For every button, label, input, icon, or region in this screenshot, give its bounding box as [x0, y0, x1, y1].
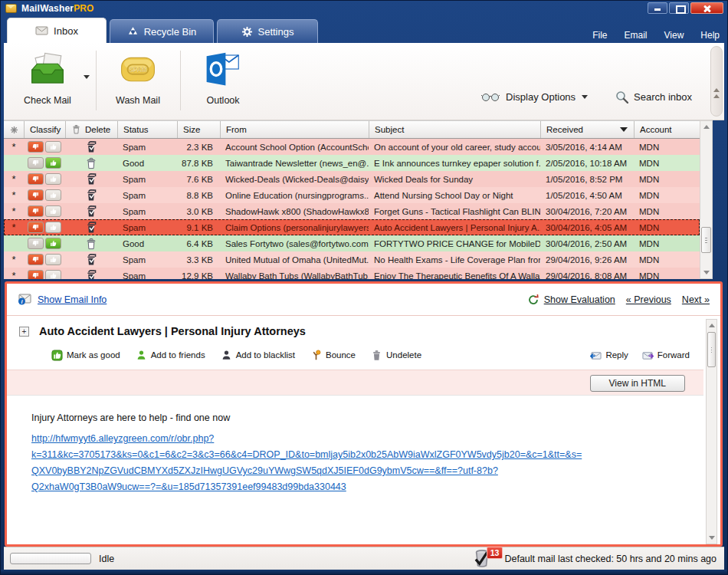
delete-cell[interactable]	[65, 219, 117, 235]
deleted-mail-indicator[interactable]: 13	[472, 548, 498, 570]
tab-inbox[interactable]: Inbox	[7, 18, 107, 43]
column-status[interactable]: Status	[117, 121, 177, 138]
trash-marked-icon	[85, 222, 97, 234]
scrollbar-thumb[interactable]	[701, 227, 711, 253]
email-row[interactable]: Good 87.8 KB Taiwantrade Newsletter (new…	[4, 155, 700, 171]
email-row[interactable]: * Spam 8.8 KB Online Education (nursingp…	[4, 187, 700, 203]
check-mail-icon	[27, 48, 68, 90]
scroll-up-button[interactable]	[707, 320, 716, 331]
scroll-down-button[interactable]	[701, 267, 711, 278]
minimize-button[interactable]	[648, 2, 667, 14]
column-subject[interactable]: Subject	[369, 121, 540, 138]
tab-recycle-bin[interactable]: Recycle Bin	[110, 19, 214, 43]
email-link[interactable]: QXV0byBBY2NpZGVudCBMYXd5ZXJzIHwgUGVyc29u…	[31, 463, 703, 479]
thumbs-down-icon[interactable]	[28, 157, 44, 169]
classify-cell	[24, 139, 65, 155]
email-link[interactable]: Q2xhaW0gT3B0aW9ucw==?=&u=185d71357391eef…	[31, 479, 703, 495]
check-mail-button[interactable]: Check Mail	[15, 48, 80, 106]
wash-mail-button[interactable]: SPAM Wash Mail	[102, 48, 174, 106]
tab-settings[interactable]: Settings	[217, 19, 318, 43]
email-row[interactable]: * Spam 9.1 KB Claim Options (personalinj…	[4, 219, 700, 235]
delete-cell[interactable]	[65, 235, 117, 251]
delete-cell[interactable]	[65, 268, 117, 279]
thumbs-down-icon[interactable]	[28, 222, 44, 233]
delete-cell[interactable]	[65, 187, 117, 203]
classify-cell	[24, 171, 65, 187]
check-mail-dropdown-arrow[interactable]	[84, 75, 90, 79]
thumbs-down-icon[interactable]	[28, 141, 44, 153]
bounce-button[interactable]: Bounce	[310, 350, 356, 361]
thumbs-down-icon[interactable]	[28, 270, 44, 279]
email-row[interactable]: * Spam 3.3 KB United Mutual of Omaha (Un…	[4, 251, 700, 268]
status-cell: Spam	[117, 139, 177, 155]
thumbs-down-icon[interactable]	[28, 254, 44, 265]
menu-help[interactable]: Help	[700, 30, 720, 41]
classify-cell	[24, 203, 65, 219]
expander-button[interactable]: +	[19, 327, 29, 337]
email-link[interactable]: http://hfwmyyt6.alleyzgreen.com/r/obr.ph…	[31, 431, 703, 447]
email-link[interactable]: k=311&kc=3705173&ks=0&c1=6&c2=3&c3=66&c4…	[31, 447, 703, 463]
thumbs-up-icon[interactable]	[45, 141, 61, 153]
add-to-blacklist-label: Add to blacklist	[236, 350, 295, 360]
column-from[interactable]: From	[220, 121, 369, 138]
delete-cell[interactable]	[65, 155, 117, 171]
delete-cell[interactable]	[65, 171, 117, 187]
menu-email[interactable]: Email	[625, 30, 648, 41]
outlook-button[interactable]: Outlook	[189, 48, 257, 106]
email-row[interactable]: * Spam 2.3 KB Account School Option (Acc…	[4, 139, 700, 155]
email-row[interactable]: * Spam 12.9 KB Wallaby Bath Tubs (Wallab…	[4, 268, 700, 279]
delete-cell[interactable]	[65, 203, 117, 219]
thumbs-up-icon[interactable]	[45, 205, 61, 217]
forward-button[interactable]: Forward	[642, 350, 690, 361]
collapse-panel-handle[interactable]	[710, 46, 723, 117]
thumbs-down-icon[interactable]	[28, 189, 44, 201]
email-row[interactable]: Good 6.4 KB Sales Fortytwo (sales@fortyt…	[4, 235, 700, 251]
thumbs-up-icon[interactable]	[45, 222, 61, 233]
thumbs-down-icon[interactable]	[28, 173, 44, 185]
thumbs-down-icon[interactable]	[28, 205, 44, 217]
thumbs-up-icon[interactable]	[45, 189, 61, 201]
show-evaluation-link[interactable]: Show Evaluation	[527, 294, 615, 306]
mark-as-good-button[interactable]: Mark as good	[51, 350, 120, 361]
email-row[interactable]: * Spam 7.6 KB Wicked-Deals (Wicked-Deals…	[4, 171, 700, 187]
size-cell: 9.1 KB	[177, 219, 220, 235]
menu-file[interactable]: File	[592, 30, 607, 41]
scroll-down-button[interactable]	[707, 532, 716, 544]
view-in-html-button[interactable]: View in HTML	[590, 375, 685, 392]
thumbs-up-icon[interactable]	[45, 270, 61, 279]
reply-button[interactable]: Reply	[590, 350, 628, 361]
next-link[interactable]: Next »	[682, 294, 710, 305]
maximize-button[interactable]	[669, 2, 689, 14]
column-flag[interactable]	[4, 121, 24, 138]
close-button[interactable]	[690, 2, 723, 14]
delete-cell[interactable]	[65, 139, 117, 155]
thumbs-up-icon[interactable]	[45, 173, 61, 185]
column-account[interactable]: Account	[634, 121, 698, 138]
tab-label: Recycle Bin	[144, 26, 197, 38]
thumbs-up-icon[interactable]	[45, 238, 61, 249]
display-options-button[interactable]: Display Options	[481, 91, 588, 103]
add-to-friends-button[interactable]: Add to friends	[136, 350, 205, 361]
menu-view[interactable]: View	[664, 30, 684, 41]
scrollbar-thumb[interactable]	[707, 332, 716, 367]
preview-scrollbar[interactable]	[706, 319, 717, 544]
previous-link[interactable]: « Previous	[626, 294, 671, 305]
column-received[interactable]: Received	[540, 121, 634, 138]
undelete-button[interactable]: Undelete	[371, 350, 421, 361]
list-scrollbar[interactable]	[700, 120, 713, 279]
delete-cell[interactable]	[65, 251, 117, 268]
status-cell: Spam	[117, 203, 177, 219]
column-classify[interactable]: Classify	[24, 121, 65, 138]
email-row[interactable]: * Spam 3.0 KB ShadowHawk x800 (ShadowHaw…	[4, 203, 700, 219]
show-email-info-link[interactable]: i Show Email Info	[18, 294, 107, 305]
column-size[interactable]: Size	[177, 121, 220, 138]
account-cell: MDN	[634, 235, 698, 251]
scroll-up-button[interactable]	[701, 121, 711, 133]
thumbs-up-icon[interactable]	[45, 157, 61, 169]
search-inbox-button[interactable]: Search inbox	[615, 90, 692, 104]
add-to-blacklist-button[interactable]: Add to blacklist	[221, 350, 295, 361]
starred-flag: *	[4, 139, 24, 155]
thumbs-down-icon[interactable]	[28, 238, 44, 249]
thumbs-up-icon[interactable]	[45, 254, 61, 265]
column-delete[interactable]: Delete	[65, 121, 117, 138]
